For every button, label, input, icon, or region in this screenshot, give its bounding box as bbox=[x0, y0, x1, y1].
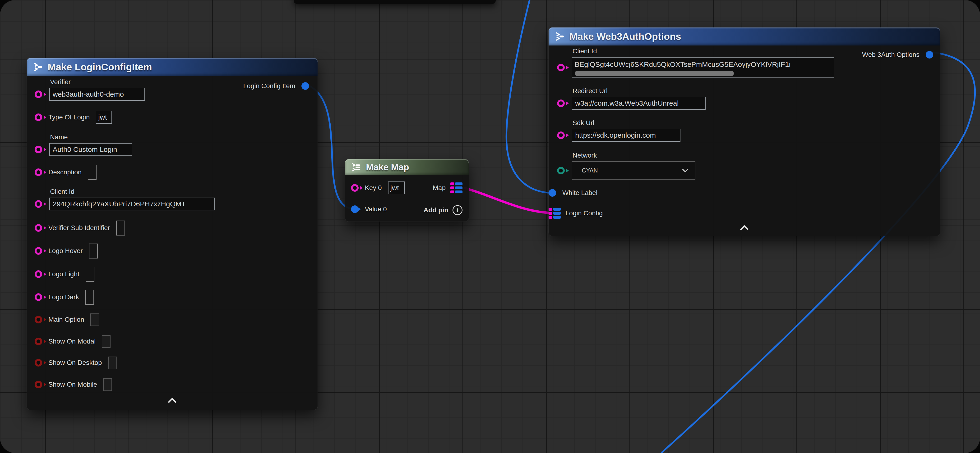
name-input[interactable] bbox=[49, 143, 132, 156]
main-option-checkbox[interactable] bbox=[91, 314, 99, 326]
type-of-login-pin[interactable] bbox=[35, 114, 42, 121]
collapse-node-button[interactable] bbox=[739, 225, 749, 232]
show-on-desktop-label: Show On Desktop bbox=[48, 359, 102, 366]
network-dropdown[interactable]: CYAN bbox=[572, 162, 695, 180]
node-title: Make LoginConfigItem bbox=[48, 62, 152, 73]
client-id-pin[interactable] bbox=[557, 64, 565, 71]
show-on-mobile-label: Show On Mobile bbox=[48, 381, 97, 388]
login-config-label: Login Config bbox=[565, 209, 603, 217]
logo-light-label: Logo Light bbox=[48, 270, 80, 278]
show-on-mobile-pin[interactable] bbox=[35, 381, 42, 388]
white-label-row: White Label bbox=[549, 187, 597, 199]
logo-hover-pin[interactable] bbox=[35, 247, 42, 255]
sdk-url-input[interactable] bbox=[572, 129, 681, 142]
main-option-label: Main Option bbox=[48, 316, 84, 323]
show-on-mobile-row: Show On Mobile bbox=[35, 378, 112, 391]
offscreen-node[interactable] bbox=[294, 0, 496, 4]
description-label: Description bbox=[48, 168, 81, 176]
type-of-login-label: Type Of Login bbox=[48, 114, 90, 121]
client-id-label: Client Id bbox=[573, 48, 834, 55]
node-header[interactable]: Make LoginConfigItem bbox=[27, 58, 318, 76]
show-on-desktop-pin[interactable] bbox=[35, 359, 42, 366]
map-output-label: Map bbox=[433, 184, 445, 192]
chevron-down-icon bbox=[682, 168, 689, 173]
sdk-url-label: Sdk Url bbox=[573, 119, 681, 127]
key0-pin[interactable] bbox=[351, 184, 359, 192]
map-output-pin[interactable] bbox=[450, 182, 463, 193]
show-on-modal-label: Show On Modal bbox=[48, 337, 95, 345]
collapse-node-button[interactable] bbox=[167, 397, 177, 404]
redirect-url-pin[interactable] bbox=[557, 100, 565, 107]
node-make-map[interactable]: Make Map Key 0 Map Value 0 Add pin + bbox=[345, 159, 469, 222]
redirect-url-label: Redirect Url bbox=[573, 87, 706, 95]
client-id-row: Client Id bbox=[35, 188, 215, 211]
redirect-url-input[interactable] bbox=[572, 97, 706, 110]
node-make-web3authoptions[interactable]: Make Web3AuthOptions Web 3Auth Options C… bbox=[549, 27, 940, 236]
login-config-pin[interactable] bbox=[549, 208, 561, 219]
verifier-input[interactable] bbox=[49, 88, 145, 101]
logo-hover-row: Logo Hover bbox=[35, 244, 98, 257]
sdk-url-pin[interactable] bbox=[557, 131, 565, 139]
verifier-sub-identifier-row: Verifier Sub Identifier bbox=[35, 222, 125, 234]
client-id-input[interactable]: BEglQSgt4cUWcj6SKRdu5QkOXTsePmMcusG5EAoy… bbox=[572, 57, 834, 78]
node-title: Make Web3AuthOptions bbox=[570, 31, 681, 42]
client-id-pin[interactable] bbox=[35, 200, 42, 208]
white-label-pin[interactable] bbox=[549, 189, 556, 196]
show-on-modal-row: Show On Modal bbox=[35, 335, 111, 348]
wire-top-to-whitelabel[interactable] bbox=[506, 0, 553, 193]
node-header[interactable]: Make Web3AuthOptions bbox=[549, 27, 940, 46]
add-pin-row: Add pin + bbox=[423, 204, 463, 217]
add-pin-button[interactable]: + bbox=[452, 205, 463, 215]
logo-dark-pin[interactable] bbox=[35, 293, 42, 301]
network-row: Network CYAN bbox=[557, 152, 695, 180]
output-row: Login Config Item bbox=[243, 79, 309, 92]
logo-hover-input[interactable] bbox=[89, 244, 98, 258]
client-id-input[interactable] bbox=[49, 198, 215, 211]
value0-pin[interactable] bbox=[351, 206, 359, 213]
map-output-row: Map bbox=[433, 182, 463, 194]
add-pin-label: Add pin bbox=[423, 206, 448, 214]
verifier-row: Verifier bbox=[35, 78, 145, 101]
network-pin[interactable] bbox=[557, 167, 565, 174]
logo-dark-input[interactable] bbox=[85, 290, 94, 305]
description-pin[interactable] bbox=[35, 168, 42, 176]
description-input[interactable] bbox=[88, 165, 97, 180]
node-make-loginconfigitem[interactable]: Make LoginConfigItem Login Config Item V… bbox=[27, 58, 318, 410]
sdk-url-row: Sdk Url bbox=[557, 119, 681, 142]
verifier-label: Verifier bbox=[50, 78, 145, 86]
show-on-modal-pin[interactable] bbox=[35, 337, 42, 345]
horizontal-scrollbar[interactable] bbox=[575, 71, 734, 76]
verifier-sub-identifier-pin[interactable] bbox=[35, 224, 42, 232]
key0-row: Key 0 bbox=[351, 182, 405, 194]
blueprint-canvas[interactable]: Make LoginConfigItem Login Config Item V… bbox=[0, 0, 980, 453]
output-pin-label: Web 3Auth Options bbox=[862, 51, 920, 59]
show-on-mobile-checkbox[interactable] bbox=[103, 379, 112, 391]
redirect-url-row: Redirect Url bbox=[557, 87, 706, 110]
name-label: Name bbox=[50, 133, 132, 141]
wire-map-to-loginconfig[interactable] bbox=[464, 188, 555, 213]
login-config-item-output-pin[interactable] bbox=[301, 82, 309, 90]
logo-dark-row: Logo Dark bbox=[35, 291, 94, 304]
output-row: Web 3Auth Options bbox=[862, 48, 933, 61]
main-option-pin[interactable] bbox=[35, 316, 42, 323]
logo-light-pin[interactable] bbox=[35, 270, 42, 278]
web3auth-options-output-pin[interactable] bbox=[926, 51, 933, 59]
description-row: Description bbox=[35, 166, 97, 179]
client-id-row: Client Id BEglQSgt4cUWcj6SKRdu5QkOXTsePm… bbox=[557, 48, 834, 78]
make-struct-icon bbox=[554, 31, 565, 42]
show-on-desktop-row: Show On Desktop bbox=[35, 356, 117, 369]
verifier-sub-identifier-input[interactable] bbox=[116, 220, 125, 236]
show-on-desktop-checkbox[interactable] bbox=[108, 356, 117, 369]
type-of-login-input[interactable] bbox=[96, 111, 112, 124]
key0-input[interactable] bbox=[388, 182, 405, 194]
make-map-icon bbox=[351, 162, 362, 173]
name-pin[interactable] bbox=[35, 146, 42, 153]
white-label-label: White Label bbox=[562, 189, 597, 196]
make-struct-icon bbox=[32, 62, 43, 73]
node-header[interactable]: Make Map bbox=[345, 159, 469, 175]
verifier-pin[interactable] bbox=[35, 90, 42, 98]
show-on-modal-checkbox[interactable] bbox=[102, 335, 111, 348]
logo-light-input[interactable] bbox=[86, 267, 94, 282]
type-of-login-row: Type Of Login bbox=[35, 111, 112, 124]
output-pin-label: Login Config Item bbox=[243, 82, 295, 90]
